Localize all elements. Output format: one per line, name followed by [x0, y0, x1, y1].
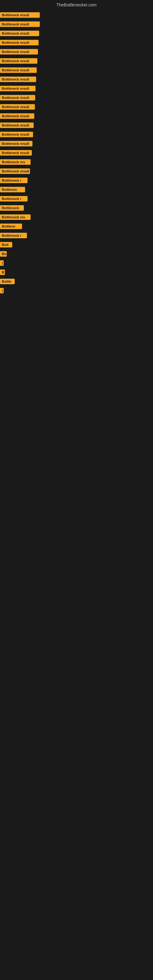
list-item: Bottleneck result — [0, 21, 153, 27]
list-item: Bottleneck result — [0, 39, 153, 46]
list-item: Bottleneck res — [0, 159, 153, 165]
list-item: Bottleneck r — [0, 196, 153, 202]
list-item: Bottleneck result — [0, 76, 153, 83]
list-item: Bottle — [0, 278, 153, 285]
list-item: Bottleneck result — [0, 150, 153, 156]
list-item: | — [0, 287, 153, 294]
bottleneck-badge[interactable]: Bottleneck result — [0, 30, 39, 36]
bottleneck-badge[interactable]: Bottleneck result — [0, 40, 38, 45]
bottleneck-badge[interactable]: Bott — [0, 242, 12, 247]
bottleneck-badge[interactable]: Bottleneck result — [0, 21, 40, 27]
list-item: Bott — [0, 241, 153, 248]
bottleneck-badge[interactable]: Bo — [0, 251, 7, 257]
bottleneck-badge[interactable]: Bottleneck result — [0, 58, 37, 64]
bottleneck-badge[interactable]: Bottle — [0, 279, 15, 284]
bottleneck-badge[interactable]: Bottleneck result — [0, 67, 37, 73]
bottleneck-badge[interactable]: Bottleneck result — [0, 86, 35, 91]
list-item: | — [0, 260, 153, 266]
list-item: Bottleneck result — [0, 85, 153, 92]
list-item: Bottleneck result — [0, 57, 153, 64]
bottleneck-badge[interactable]: Bottleneck result — [0, 104, 35, 110]
list-item: Bo — [0, 250, 153, 257]
list-item: Bottlene — [0, 223, 153, 230]
bottleneck-badge[interactable]: Bottleneck result — [0, 95, 35, 100]
bottleneck-badge[interactable]: Bottleneck result — [0, 141, 32, 146]
list-item: Bottleneck result — [0, 168, 153, 175]
bottleneck-badge[interactable]: B — [0, 269, 5, 275]
bottleneck-badge[interactable]: | — [0, 260, 4, 266]
bottleneck-badge[interactable]: Bottleneck result — [0, 132, 33, 137]
bottleneck-badge[interactable]: Bottleneck res — [0, 159, 30, 165]
bottleneck-badge[interactable]: Bottleneck r — [0, 178, 27, 183]
list-item: Bottleneck result — [0, 94, 153, 101]
list-item: Bottleneck result — [0, 122, 153, 129]
bottleneck-list: Bottleneck resultBottleneck resultBottle… — [0, 9, 153, 296]
list-item: Bottleneck result — [0, 12, 153, 18]
list-item: Bottleneck result — [0, 103, 153, 110]
list-item: Bottleneck result — [0, 67, 153, 73]
bottleneck-badge[interactable]: Bottleneck result — [0, 49, 38, 54]
bottleneck-badge[interactable]: Bottleneck result — [0, 113, 34, 119]
bottleneck-badge[interactable]: | — [0, 288, 4, 293]
list-item: Bottlenec — [0, 186, 153, 193]
bottleneck-badge[interactable]: Bottleneck r — [0, 233, 27, 238]
list-item: Bottleneck — [0, 205, 153, 211]
site-title: TheBottlenecker.com — [0, 0, 153, 9]
list-item: B — [0, 269, 153, 275]
list-item: Bottleneck result — [0, 131, 153, 138]
bottleneck-badge[interactable]: Bottleneck result — [0, 12, 40, 18]
bottleneck-badge[interactable]: Bottleneck result — [0, 123, 33, 128]
list-item: Bottleneck res — [0, 214, 153, 221]
bottleneck-badge[interactable]: Bottleneck result — [0, 150, 32, 156]
bottleneck-badge[interactable]: Bottlene — [0, 224, 22, 229]
bottleneck-badge[interactable]: Bottleneck — [0, 205, 24, 211]
bottleneck-badge[interactable]: Bottleneck r — [0, 196, 27, 202]
list-item: Bottleneck result — [0, 113, 153, 119]
list-item: Bottleneck result — [0, 140, 153, 147]
bottleneck-badge[interactable]: Bottleneck result — [0, 76, 36, 82]
list-item: Bottleneck result — [0, 30, 153, 37]
list-item: Bottleneck result — [0, 48, 153, 55]
bottleneck-badge[interactable]: Bottleneck result — [0, 169, 30, 174]
list-item: Bottleneck r — [0, 232, 153, 239]
bottleneck-badge[interactable]: Bottlenec — [0, 187, 25, 192]
site-header: TheBottlenecker.com — [0, 0, 153, 9]
list-item: Bottleneck r — [0, 177, 153, 184]
bottleneck-badge[interactable]: Bottleneck res — [0, 215, 30, 220]
